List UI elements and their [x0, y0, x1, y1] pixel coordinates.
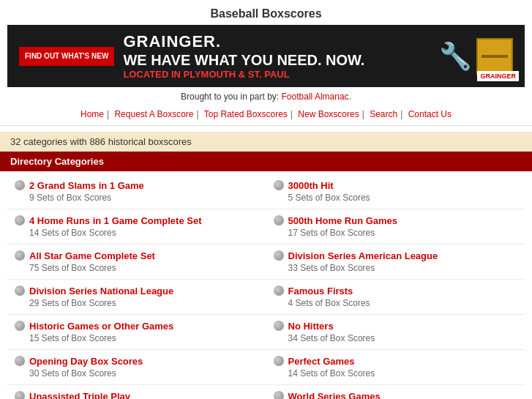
category-sub-text: 29 Sets of Box Scores: [29, 298, 173, 308]
category-cell-left: Division Series National League29 Sets o…: [7, 280, 266, 315]
nav-home[interactable]: Home: [80, 109, 104, 119]
category-cell-right: No Hitters34 Sets of Box Scores: [266, 315, 525, 350]
banner-logo: GRAINGER.: [123, 32, 439, 51]
bullet-icon: [274, 391, 284, 399]
nav-top-rated[interactable]: Top Rated Boxscores: [204, 109, 288, 119]
category-link-opening-day-box-scores[interactable]: Opening Day Box Scores: [29, 356, 143, 367]
bullet-icon: [15, 286, 25, 296]
banner-right: 🔧: [439, 38, 513, 75]
page-title: Baseball Boxscores: [0, 0, 532, 25]
category-sub-text: 14 Sets of Box Scores: [288, 368, 375, 379]
category-sub-text: 4 Sets of Box Scores: [288, 298, 370, 308]
banner-center: GRAINGER. WE HAVE WHAT YOU NEED. NOW. LO…: [123, 32, 439, 80]
banner-find-out: FIND OUT WHAT'S NEW: [19, 47, 114, 66]
category-cell-left: Opening Day Box Scores30 Sets of Box Sco…: [7, 350, 266, 385]
category-cell-left: Historic Games or Other Games15 Sets of …: [7, 315, 266, 350]
table-row: Division Series National League29 Sets o…: [7, 280, 525, 315]
table-row: Historic Games or Other Games15 Sets of …: [7, 315, 525, 350]
nav-search[interactable]: Search: [370, 109, 397, 119]
nav-request[interactable]: Request A Boxscore: [114, 109, 193, 119]
category-link-perfect-games[interactable]: Perfect Games: [288, 356, 375, 367]
stats-bar: 32 categories with 886 historical boxsco…: [0, 132, 532, 152]
category-link-famous-firsts[interactable]: Famous Firsts: [288, 286, 370, 297]
category-cell-right: 500th Home Run Games17 Sets of Box Score…: [266, 209, 525, 245]
category-link-world-series-games[interactable]: World Series Games: [288, 391, 381, 399]
category-sub-text: 14 Sets of Box Scores: [29, 228, 202, 238]
bullet-icon: [274, 356, 284, 366]
bullet-icon: [274, 250, 284, 261]
bullet-icon: [274, 215, 284, 225]
banner-tagline: WE HAVE WHAT YOU NEED. NOW.: [123, 51, 439, 69]
bullet-icon: [15, 321, 25, 331]
bullet-icon: [15, 250, 25, 261]
category-link-division-series-american-league[interactable]: Division Series American League: [288, 250, 438, 261]
main-content: 2 Grand Slams in 1 Game9 Sets of Box Sco…: [0, 171, 532, 399]
box-icon: [476, 38, 513, 75]
category-sub-text: 30 Sets of Box Scores: [29, 368, 143, 379]
category-link-historic-games-or-other-games[interactable]: Historic Games or Other Games: [29, 321, 173, 332]
category-cell-left: Unassisted Triple Play2 Sets of Box Scor…: [7, 385, 266, 400]
table-row: All Star Game Complete Set75 Sets of Box…: [7, 245, 525, 280]
football-almanac-link[interactable]: Football Almanac.: [282, 92, 351, 102]
nav-bar: Home| Request A Boxscore| Top Rated Boxs…: [0, 106, 532, 126]
category-cell-left: All Star Game Complete Set75 Sets of Box…: [7, 245, 266, 280]
category-link-3000th-hit[interactable]: 3000th Hit: [288, 180, 370, 191]
category-link-unassisted-triple-play[interactable]: Unassisted Triple Play: [29, 391, 130, 399]
category-cell-left: 2 Grand Slams in 1 Game9 Sets of Box Sco…: [7, 174, 266, 209]
grainger-badge: GRAINGER: [477, 71, 519, 81]
category-sub-text: 34 Sets of Box Scores: [288, 333, 375, 343]
category-cell-right: 3000th Hit5 Sets of Box Scores: [266, 174, 525, 209]
table-row: Opening Day Box Scores30 Sets of Box Sco…: [7, 350, 525, 385]
bullet-icon: [15, 180, 25, 190]
category-link-all-star-game-complete-set[interactable]: All Star Game Complete Set: [29, 250, 155, 261]
category-table: 2 Grand Slams in 1 Game9 Sets of Box Sco…: [7, 174, 525, 399]
directory-header: Directory Categories: [0, 152, 532, 171]
category-link-2-grand-slams-in-1-game[interactable]: 2 Grand Slams in 1 Game: [29, 180, 144, 191]
bullet-icon: [15, 215, 25, 225]
category-cell-right: World Series Games83 Sets of Box Scores: [266, 385, 525, 400]
wrench-icon: 🔧: [439, 43, 472, 70]
category-cell-left: 4 Home Runs in 1 Game Complete Set14 Set…: [7, 209, 266, 245]
category-link-no-hitters[interactable]: No Hitters: [288, 321, 375, 332]
category-cell-right: Division Series American League33 Sets o…: [266, 245, 525, 280]
nav-new[interactable]: New Boxscores: [298, 109, 359, 119]
category-cell-right: Perfect Games14 Sets of Box Scores: [266, 350, 525, 385]
category-link-4-home-runs-in-1-game-complete-set[interactable]: 4 Home Runs in 1 Game Complete Set: [29, 215, 202, 226]
bullet-icon: [274, 180, 284, 190]
category-sub-text: 5 Sets of Box Scores: [288, 193, 370, 203]
banner-subtitle: LOCATED IN PLYMOUTH & ST. PAUL: [123, 69, 439, 80]
category-link-division-series-national-league[interactable]: Division Series National League: [29, 286, 173, 297]
category-sub-text: 15 Sets of Box Scores: [29, 333, 173, 343]
category-sub-text: 75 Sets of Box Scores: [29, 263, 155, 273]
table-row: 4 Home Runs in 1 Game Complete Set14 Set…: [7, 209, 525, 245]
category-sub-text: 33 Sets of Box Scores: [288, 263, 438, 273]
table-row: 2 Grand Slams in 1 Game9 Sets of Box Sco…: [7, 174, 525, 209]
nav-contact[interactable]: Contact Us: [408, 109, 452, 119]
category-link-500th-home-run-games[interactable]: 500th Home Run Games: [288, 215, 398, 226]
brought-to-you: Brought to you in part by: Football Alma…: [0, 87, 532, 106]
bullet-icon: [274, 321, 284, 331]
banner: FIND OUT WHAT'S NEW GRAINGER. WE HAVE WH…: [7, 25, 525, 87]
table-row: Unassisted Triple Play2 Sets of Box Scor…: [7, 385, 525, 400]
bullet-icon: [274, 286, 284, 296]
category-sub-text: 17 Sets of Box Scores: [288, 228, 398, 238]
category-sub-text: 9 Sets of Box Scores: [29, 193, 144, 203]
bullet-icon: [15, 356, 25, 366]
category-cell-right: Famous Firsts4 Sets of Box Scores: [266, 280, 525, 315]
bullet-icon: [15, 391, 25, 399]
